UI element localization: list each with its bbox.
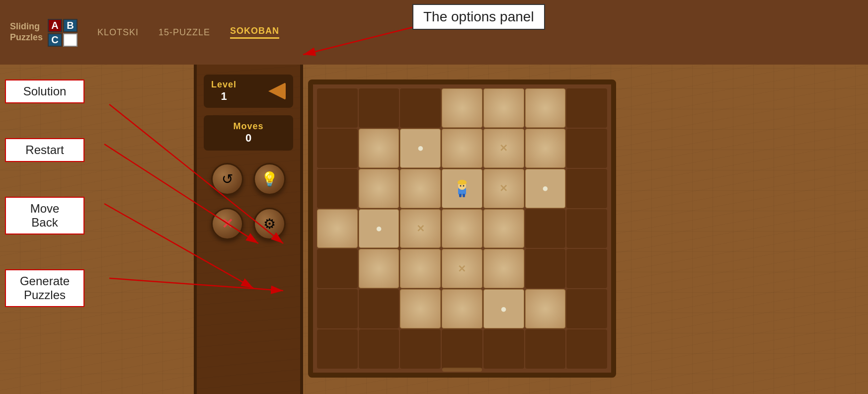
nav-sokoban[interactable]: SOKOBAN xyxy=(230,26,279,39)
svg-line-1 xyxy=(303,27,412,55)
svg-point-12 xyxy=(463,185,464,187)
settings-icon: ⚙ xyxy=(263,216,276,232)
moves-label: Moves xyxy=(233,121,263,132)
grid-cell-2-0 xyxy=(317,169,358,208)
grid-cell-1-6 xyxy=(566,129,607,168)
grid-cell-4-2 xyxy=(400,249,441,288)
grid-cell-0-5 xyxy=(525,88,566,128)
level-value: 1 xyxy=(221,90,227,103)
game-grid[interactable] xyxy=(317,88,607,369)
grid-cell-5-2 xyxy=(400,289,441,328)
grid-cell-4-1 xyxy=(359,249,399,288)
svg-rect-14 xyxy=(463,194,465,197)
grid-cell-4-0 xyxy=(317,249,358,288)
grid-cell-3-5 xyxy=(525,209,566,248)
level-info: Level 1 xyxy=(211,79,237,103)
level-label: Level xyxy=(211,79,237,90)
grid-cell-6-2 xyxy=(400,329,441,369)
logo-text-line2: Puzzles xyxy=(10,32,43,43)
undo-icon: ✕ xyxy=(222,216,233,232)
svg-rect-10 xyxy=(458,182,467,184)
logo-area: Sliding Puzzles A B C xyxy=(10,19,78,46)
icon-buttons-row2: ✕ ⚙ xyxy=(211,208,286,240)
grid-cell-3-4 xyxy=(483,209,524,248)
grid-cell-4-3-target xyxy=(442,249,482,288)
moves-value: 0 xyxy=(245,132,251,145)
grid-cell-5-6 xyxy=(566,289,607,328)
grid-cell-4-6 xyxy=(566,249,607,288)
hint-button[interactable]: 💡 xyxy=(253,163,286,195)
grid-cell-3-0 xyxy=(317,209,358,248)
grid-cell-1-3 xyxy=(442,129,482,168)
restart-icon: ↺ xyxy=(222,171,233,187)
logo-text-line1: Sliding xyxy=(10,21,40,32)
grid-cell-2-3-player xyxy=(442,169,482,208)
grid-cell-0-2 xyxy=(400,88,441,128)
grid-cell-1-0 xyxy=(317,129,358,168)
grid-cell-6-5 xyxy=(525,329,566,369)
grid-cell-0-3 xyxy=(442,88,482,128)
grid-cell-5-4-goal xyxy=(483,289,524,328)
grid-cell-6-4 xyxy=(483,329,524,369)
game-board-container xyxy=(308,79,616,378)
grid-cell-6-6 xyxy=(566,329,607,369)
icon-buttons-row1: ↺ 💡 xyxy=(211,163,286,195)
grid-cell-3-6 xyxy=(566,209,607,248)
grid-cell-0-1 xyxy=(359,88,399,128)
moves-panel: Moves 0 xyxy=(204,115,293,151)
annotation-move-back: MoveBack xyxy=(5,197,84,235)
main-nav: KLOTSKI 15-PUZZLE SOKOBAN xyxy=(97,26,279,39)
nav-klotski[interactable]: KLOTSKI xyxy=(97,27,139,38)
grid-cell-6-0 xyxy=(317,329,358,369)
hint-icon: 💡 xyxy=(261,171,278,187)
grid-cell-1-1 xyxy=(359,129,399,168)
logo-cell-blank xyxy=(63,33,78,47)
grid-cell-5-1 xyxy=(359,289,399,328)
grid-cell-6-1 xyxy=(359,329,399,369)
settings-button[interactable]: ⚙ xyxy=(253,208,286,240)
svg-rect-13 xyxy=(459,194,462,197)
annotation-generate-puzzles: GeneratePuzzles xyxy=(5,269,84,307)
grid-cell-0-6 xyxy=(566,88,607,128)
annotation-solution: Solution xyxy=(5,79,84,103)
logo-cell-b: B xyxy=(63,19,78,32)
logo-cell-c: C xyxy=(48,33,62,47)
grid-cell-5-3 xyxy=(442,289,482,328)
logo-icon: A B C xyxy=(48,19,78,46)
next-level-button[interactable] xyxy=(268,82,286,100)
undo-button[interactable]: ✕ xyxy=(211,208,243,240)
grid-cell-3-3 xyxy=(442,209,482,248)
grid-cell-1-2-goal xyxy=(400,129,441,168)
logo-cell-a: A xyxy=(48,19,62,32)
grid-cell-2-5-goal xyxy=(525,169,566,208)
main-game-area: Solution Restart MoveBack GeneratePuzzle… xyxy=(0,65,868,394)
grid-cell-4-4 xyxy=(483,249,524,288)
grid-cell-0-4 xyxy=(483,88,524,128)
grid-cell-1-5 xyxy=(525,129,566,168)
grid-cell-4-5 xyxy=(525,249,566,288)
grid-cell-2-2 xyxy=(400,169,441,208)
annotation-restart: Restart xyxy=(5,138,84,162)
nav-15puzzle[interactable]: 15-PUZZLE xyxy=(158,27,210,38)
level-panel: Level 1 xyxy=(204,75,293,108)
svg-point-11 xyxy=(460,185,461,187)
grid-cell-2-6 xyxy=(566,169,607,208)
grid-cell-5-0 xyxy=(317,289,358,328)
board-scroll-indicator xyxy=(442,368,482,372)
grid-cell-2-1 xyxy=(359,169,399,208)
grid-cell-6-3 xyxy=(442,329,482,369)
restart-button[interactable]: ↺ xyxy=(211,163,243,195)
header: Sliding Puzzles A B C KLOTSKI 15-PUZZLE … xyxy=(0,0,868,65)
grid-cell-3-2-target xyxy=(400,209,441,248)
grid-cell-1-4-target xyxy=(483,129,524,168)
options-panel: Level 1 Moves 0 ↺ 💡 ✕ ⚙ xyxy=(194,65,303,394)
annotations-left: Solution Restart MoveBack GeneratePuzzle… xyxy=(5,79,84,307)
grid-cell-2-4-target xyxy=(483,169,524,208)
options-panel-annotation: The options panel xyxy=(412,4,545,30)
grid-cell-3-1-goal xyxy=(359,209,399,248)
grid-cell-5-5 xyxy=(525,289,566,328)
grid-cell-0-0 xyxy=(317,88,358,128)
